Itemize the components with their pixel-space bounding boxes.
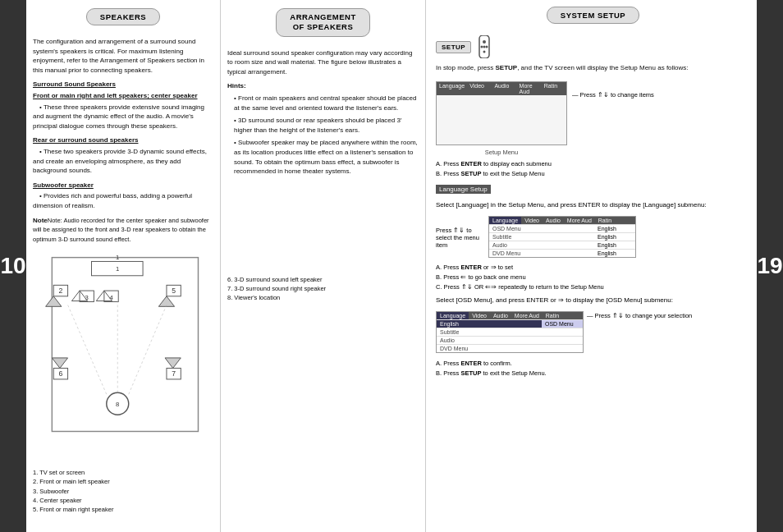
setup-menu-table: LanguageVideoAudioMore AudRatin — [436, 81, 567, 145]
system-setup-header: SYSTEM SETUP — [547, 7, 639, 24]
setup-icon-row: SETUP — [436, 35, 750, 58]
svg-text:1: 1 — [116, 265, 119, 273]
speakers-section: SPEAKERS The configuration and arrangeme… — [26, 0, 220, 532]
speakers-rear: Rear or surround sound speakers These tw… — [33, 135, 213, 175]
language-setup-bar: Language Setup — [436, 185, 491, 194]
setup-label: SETUP — [436, 41, 471, 53]
lang-menu-row-subtitle: SubtitleEnglish — [489, 232, 635, 241]
osd-select-text: Select [OSD Menu], and press ENTER or ⇒ … — [436, 296, 750, 305]
setup-menu-area: LanguageVideoAudioMore AudRatin Setup Me… — [436, 78, 750, 156]
lang-menu-table: Language VideoAudioMore AudRatin OSD Men… — [488, 216, 636, 258]
osd-menu-header: Language VideoAudioMore AudRatin — [437, 312, 583, 319]
arrangement-section: ARRANGEMENT OF SPEAKERS Ideal surround s… — [220, 0, 425, 532]
arrangement-header: ARRANGEMENT OF SPEAKERS — [276, 8, 369, 37]
svg-text:5: 5 — [172, 287, 176, 295]
lang-menu-row-dvd: DVD MenuEnglish — [489, 249, 635, 257]
svg-point-29 — [481, 46, 483, 48]
svg-point-28 — [483, 40, 486, 44]
speakers-sub: Subwoofer speaker Provides rich and powe… — [33, 181, 213, 211]
setup-menu-header: LanguageVideoAudioMore AudRatin — [437, 82, 566, 95]
press-items-note: — Press ⇑⇓ to change items — [572, 91, 654, 99]
setup-ab-notes: A. Press ENTER to display each submenu B… — [436, 159, 750, 179]
page-number-right: 19 — [757, 0, 783, 532]
svg-point-31 — [483, 46, 486, 48]
osd-menu-row-subtitle: Subtitle — [437, 328, 583, 336]
setup-intro: In stop mode, press SETUP, and the TV sc… — [436, 63, 750, 73]
svg-line-26 — [129, 305, 167, 395]
lang-ab-notes: A. Press ENTER or ⇒ to set B. Press ⇐ to… — [436, 263, 750, 292]
svg-marker-11 — [46, 296, 62, 307]
arrangement-hints: Hints: Front or main speakers and centra… — [227, 81, 419, 176]
speakers-surround: Surround Sound Speakers Front or main ri… — [33, 80, 213, 131]
svg-text:1: 1 — [116, 254, 119, 261]
svg-text:8: 8 — [116, 401, 119, 408]
press-selection-note: — Press ⇑⇓ to change your selection — [587, 312, 692, 319]
svg-marker-19 — [52, 358, 67, 369]
svg-text:7: 7 — [172, 369, 176, 378]
osd-menu-row-audio: Audio — [437, 336, 583, 344]
svg-point-32 — [483, 51, 486, 53]
lang-menu-row-osd: OSD MenuEnglish — [489, 224, 635, 232]
speakers-note: NoteNote: Audio recorded for the center … — [33, 216, 213, 245]
osd-menu-table: Language VideoAudioMore AudRatin English… — [436, 311, 584, 353]
svg-line-25 — [68, 305, 107, 395]
svg-marker-22 — [165, 358, 181, 369]
system-setup-section: SYSTEM SETUP SETUP In stop mode, press S… — [425, 0, 757, 532]
lang-select-text: Select [Language] in the Setup Menu, and… — [436, 200, 750, 210]
speakers-header: SPEAKERS — [86, 8, 160, 25]
svg-text:2: 2 — [59, 287, 63, 295]
osd-menu-area: Language VideoAudioMore AudRatin English… — [436, 309, 750, 355]
remote-icon — [476, 35, 492, 58]
speaker-diagram: 1 3 4 2 5 8 6 7 1 — [33, 250, 213, 463]
lang-menu-row-audio: AudioEnglish — [489, 241, 635, 249]
setup-menu-label: Setup Menu — [436, 149, 567, 156]
svg-point-30 — [486, 46, 488, 48]
page-number-left: 10 — [0, 0, 26, 532]
lang-menu-header: Language VideoAudioMore AudRatin — [489, 217, 635, 224]
svg-text:6: 6 — [59, 369, 63, 378]
final-ab-notes: A. Press ENTER to confirm. B. Press SETU… — [436, 359, 750, 378]
press-select-note: Press ⇑⇓ toselect the menuitem — [436, 227, 485, 249]
svg-rect-0 — [52, 258, 198, 432]
lang-menu-area: Press ⇑⇓ toselect the menuitem Language … — [436, 213, 750, 260]
arrangement-intro: Ideal surround sound speaker configurati… — [227, 48, 419, 77]
arrangement-captions: 6. 3-D surround sound left speaker 7. 3-… — [227, 275, 419, 303]
speakers-intro: The configuration and arrangement of a s… — [33, 37, 213, 75]
osd-menu-row-dvd: DVD Menu — [437, 344, 583, 352]
osd-menu-row-english: EnglishOSD Menu — [437, 319, 583, 328]
diagram-captions: 1. TV set or screen 2. Front or main lef… — [33, 468, 213, 514]
